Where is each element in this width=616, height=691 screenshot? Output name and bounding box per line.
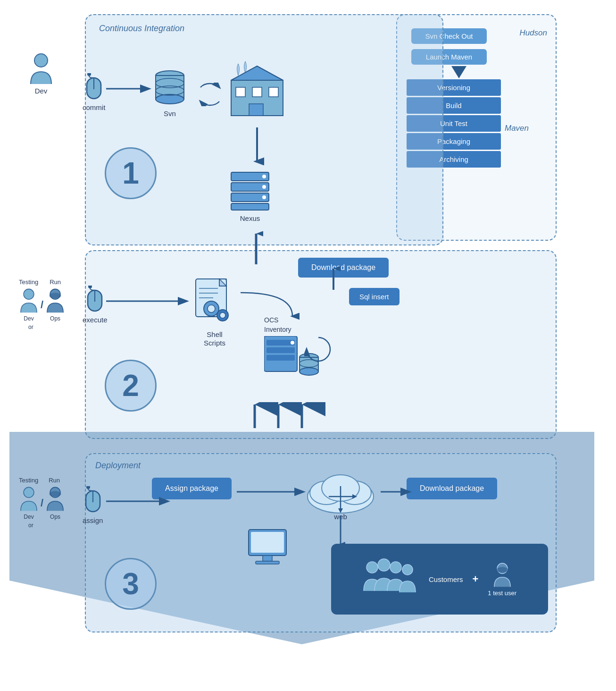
ops-label-3: Ops [45, 514, 65, 520]
computer-icon [246, 527, 289, 565]
customers-box: Customers + 1 test user [331, 544, 548, 615]
svg-point-0 [34, 54, 48, 67]
assign-label: assign [83, 516, 103, 524]
arrow-right-icon-5 [106, 497, 172, 506]
section3-label: Deployment [95, 461, 141, 471]
svg-point-21 [262, 175, 266, 178]
hudson-label: Hudson [519, 28, 547, 38]
step-circle-2: 2 [105, 360, 157, 412]
dev-label-1: Dev [28, 87, 54, 95]
svg-point-64 [378, 559, 390, 571]
step-circle-3: 3 [105, 558, 157, 610]
ops-avatar-2 [45, 287, 65, 313]
svg-rect-15 [249, 104, 263, 116]
inventory-label: Inventory [264, 326, 321, 333]
svn-label: Svn [153, 110, 186, 118]
factory-icon [226, 61, 288, 120]
svg-point-27 [50, 293, 61, 298]
svg-rect-45 [266, 355, 295, 361]
dev-person-3: Dev [19, 486, 39, 520]
dev-avatar-1 [28, 52, 54, 85]
ops-person-3: Ops [45, 486, 65, 520]
svg-point-49 [300, 368, 318, 375]
svg-rect-62 [256, 561, 279, 564]
monitor-icon [246, 527, 289, 567]
arrow-right-icon-2 [106, 296, 191, 306]
mouse-icon-1 [84, 73, 103, 101]
ops-person-2: Ops [45, 287, 65, 322]
svg-rect-20 [231, 203, 269, 210]
svg-rect-14 [269, 87, 278, 97]
execute-area: execute [83, 286, 108, 324]
svg-point-46 [291, 341, 294, 345]
factory-building-icon [226, 61, 288, 118]
test-user-icon [492, 562, 512, 588]
svg-point-25 [24, 289, 34, 299]
assign-area: assign [83, 486, 103, 524]
step-circle-1: 1 [105, 147, 157, 199]
arrow-assign-monitor [106, 497, 172, 508]
svg-point-68 [496, 567, 508, 573]
svn-cylinder-icon [153, 70, 186, 108]
download-package-btn-1[interactable]: Download package [298, 258, 389, 278]
testing-label-3: Testing [19, 477, 38, 484]
svg-point-77 [86, 486, 90, 489]
plus-label: + [472, 573, 478, 585]
dev-label-3: Dev [19, 514, 39, 520]
arrow-execute-shell [106, 296, 191, 308]
nexus-label: Nexus [229, 214, 271, 222]
arrow-commit-svn [106, 84, 153, 95]
arrow-factory-nexus [250, 127, 264, 167]
dev-label-2: Dev [19, 315, 39, 322]
section2-left-area: Testing Run Dev / [19, 278, 65, 330]
arrow-up-icon-1 [326, 266, 341, 290]
ops-avatar-3 [45, 486, 65, 512]
mouse-icon-2 [85, 286, 104, 314]
commit-label: commit [83, 103, 105, 111]
test-user-area: 1 test user [488, 562, 516, 597]
svg-point-3 [87, 73, 91, 76]
arrow-up-icon-2 [249, 231, 263, 264]
customers-icon [363, 556, 419, 603]
shell-scripts-svg [193, 277, 236, 329]
run-label-2: Run [50, 278, 61, 286]
svg-point-72 [24, 487, 34, 497]
hudson-arrow-down-icon [451, 66, 466, 80]
svn-icon: Svn [153, 70, 186, 118]
section1-label: Continuous Integration [99, 24, 184, 34]
cloud-icon [303, 468, 378, 515]
big-up-arrow-icon [241, 402, 335, 430]
slash-3: / [41, 497, 43, 509]
mouse-icon-3 [83, 486, 102, 514]
arrow-ocs-web [241, 402, 335, 432]
dev-person-2: Dev [19, 287, 39, 322]
web-cloud-area: web [303, 468, 378, 521]
nexus-server-icon [229, 170, 271, 212]
slash-2: / [41, 299, 43, 311]
commit-area: commit [83, 73, 105, 111]
svg-point-74 [50, 491, 61, 497]
testing-label-2: Testing [19, 278, 38, 286]
arrow-right-icon-1 [106, 84, 153, 93]
arrow-down-icon-2 [336, 515, 345, 548]
dev-avatar-2 [19, 287, 39, 313]
sql-insert-btn[interactable]: Sql insert [349, 288, 400, 305]
shell-scripts-icon: ShellScripts [193, 277, 236, 347]
cycle-arrow-icon [304, 335, 333, 363]
test-user-label: 1 test user [488, 590, 516, 597]
maven-label: Maven [505, 124, 529, 133]
svg-point-38 [220, 312, 225, 318]
arrow-down-icon-1 [250, 127, 264, 165]
dev-avatar-3 [19, 486, 39, 512]
arrow-right-icon-3 [237, 487, 308, 497]
diagram-container: Hudson Svn Check Out Launch Maven Versio… [9, 9, 607, 682]
download-package-btn-2[interactable]: Download package [407, 478, 497, 499]
customers-label: Customers [429, 575, 463, 583]
nexus-icon: Nexus [229, 170, 271, 222]
svg-point-66 [402, 565, 413, 575]
dev-person-1: Dev [28, 52, 54, 95]
svg-point-7 [156, 94, 184, 104]
svg-rect-44 [266, 347, 295, 353]
svg-point-36 [208, 305, 215, 312]
run-label-3: Run [49, 477, 60, 484]
